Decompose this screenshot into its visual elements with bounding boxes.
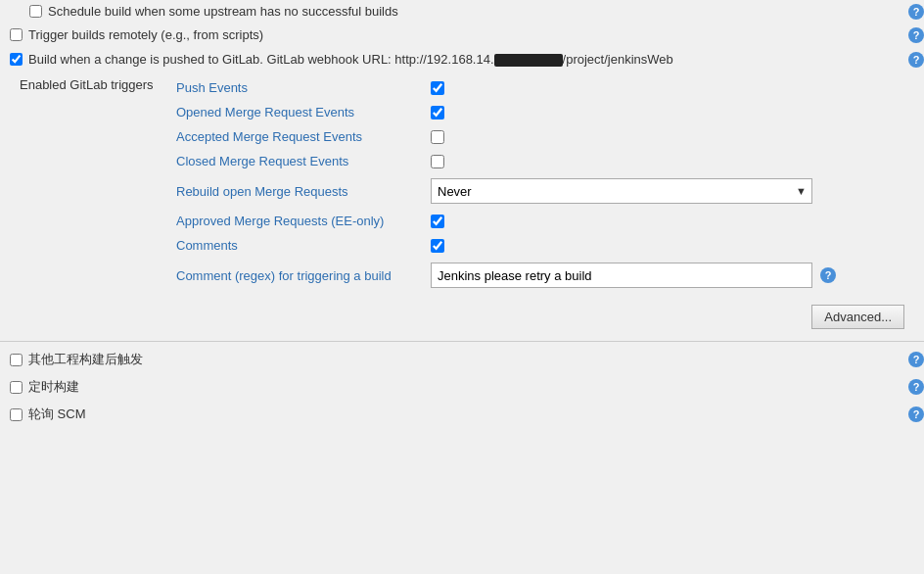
push-events-checkbox[interactable] xyxy=(431,81,444,95)
advanced-row: Advanced... xyxy=(0,297,924,337)
bottom-option-0-label: 其他工程构建后触发 xyxy=(28,351,143,368)
comment-regex-input[interactable] xyxy=(431,263,812,288)
snap-label: Schedule build when some upstream has no… xyxy=(48,4,398,19)
push-events-control xyxy=(431,81,924,95)
accepted-mr-label: Accepted Merge Request Events xyxy=(176,129,431,144)
trigger-remote-checkbox[interactable] xyxy=(10,28,23,41)
accepted-mr-checkbox[interactable] xyxy=(431,130,444,144)
rebuild-open-mr-select[interactable]: Never On push to source branch On push t… xyxy=(431,178,812,204)
comments-label: Comments xyxy=(176,238,431,253)
closed-mr-control xyxy=(431,155,924,168)
accepted-mr-row: Accepted Merge Request Events xyxy=(176,124,924,149)
comments-checkbox[interactable] xyxy=(431,239,444,253)
approved-mr-label: Approved Merge Requests (EE-only) xyxy=(176,214,431,228)
approved-mr-checkbox[interactable] xyxy=(431,215,444,228)
page: Schedule build when some upstream has no… xyxy=(0,0,924,574)
gitlab-trigger-label: Build when a change is pushed to GitLab.… xyxy=(28,52,914,67)
bottom-option-0-checkbox[interactable] xyxy=(10,354,23,366)
comment-regex-control: ? xyxy=(431,263,836,288)
snap-row: Schedule build when some upstream has no… xyxy=(0,0,924,23)
push-events-row: Push Events xyxy=(176,75,924,100)
bottom-option-2-help-icon[interactable]: ? xyxy=(908,407,924,422)
comments-row: Comments xyxy=(176,233,924,258)
bottom-option-0: 其他工程构建后触发 ? xyxy=(0,346,924,373)
rebuild-open-mr-label: Rebuild open Merge Requests xyxy=(176,184,431,199)
push-events-label: Push Events xyxy=(176,80,431,95)
snap-help-icon[interactable]: ? xyxy=(908,4,924,20)
gitlab-triggers-label: Enabled GitLab triggers xyxy=(20,75,176,92)
trigger-remote-help-icon[interactable]: ? xyxy=(908,27,924,43)
advanced-button[interactable]: Advanced... xyxy=(811,305,904,329)
bottom-option-1-help-icon[interactable]: ? xyxy=(908,379,924,395)
comments-control xyxy=(431,239,924,253)
rebuild-open-mr-row: Rebuild open Merge Requests Never On pus… xyxy=(176,173,924,209)
approved-mr-control xyxy=(431,215,924,228)
comment-regex-help-icon[interactable]: ? xyxy=(820,267,836,283)
divider xyxy=(0,341,924,342)
rebuild-open-mr-control: Never On push to source branch On push t… xyxy=(431,178,924,204)
bottom-option-1: 定时构建 ? xyxy=(0,373,924,401)
opened-mr-row: Opened Merge Request Events xyxy=(176,100,924,124)
accepted-mr-control xyxy=(431,130,924,144)
bottom-option-2-checkbox[interactable] xyxy=(10,408,23,421)
opened-mr-checkbox[interactable] xyxy=(431,106,444,120)
bottom-option-2-label: 轮询 SCM xyxy=(28,406,86,423)
closed-mr-row: Closed Merge Request Events xyxy=(176,149,924,173)
gitlab-trigger-row: Build when a change is pushed to GitLab.… xyxy=(0,47,924,72)
gitlab-trigger-help-icon[interactable]: ? xyxy=(908,52,924,68)
comment-regex-label: Comment (regex) for triggering a build xyxy=(176,268,431,283)
closed-mr-label: Closed Merge Request Events xyxy=(176,154,431,168)
approved-mr-row: Approved Merge Requests (EE-only) xyxy=(176,209,924,233)
trigger-remote-row: Trigger builds remotely (e.g., from scri… xyxy=(0,23,924,47)
gitlab-triggers-section: Enabled GitLab triggers Push Events Open… xyxy=(0,72,924,297)
opened-mr-label: Opened Merge Request Events xyxy=(176,105,431,120)
bottom-option-1-label: 定时构建 xyxy=(28,378,79,396)
gitlab-trigger-checkbox[interactable] xyxy=(10,53,23,66)
bottom-option-0-help-icon[interactable]: ? xyxy=(908,352,924,367)
snap-checkbox[interactable] xyxy=(29,5,42,18)
rebuild-select-wrapper: Never On push to source branch On push t… xyxy=(431,178,812,204)
comment-regex-row: Comment (regex) for triggering a build ? xyxy=(176,258,924,293)
blurred-url xyxy=(494,54,563,67)
closed-mr-checkbox[interactable] xyxy=(431,155,444,168)
bottom-option-1-checkbox[interactable] xyxy=(10,381,23,394)
opened-mr-control xyxy=(431,106,924,120)
bottom-option-2: 轮询 SCM ? xyxy=(0,401,924,428)
triggers-table: Push Events Opened Merge Request Events … xyxy=(176,75,924,293)
trigger-remote-label: Trigger builds remotely (e.g., from scri… xyxy=(28,27,263,42)
